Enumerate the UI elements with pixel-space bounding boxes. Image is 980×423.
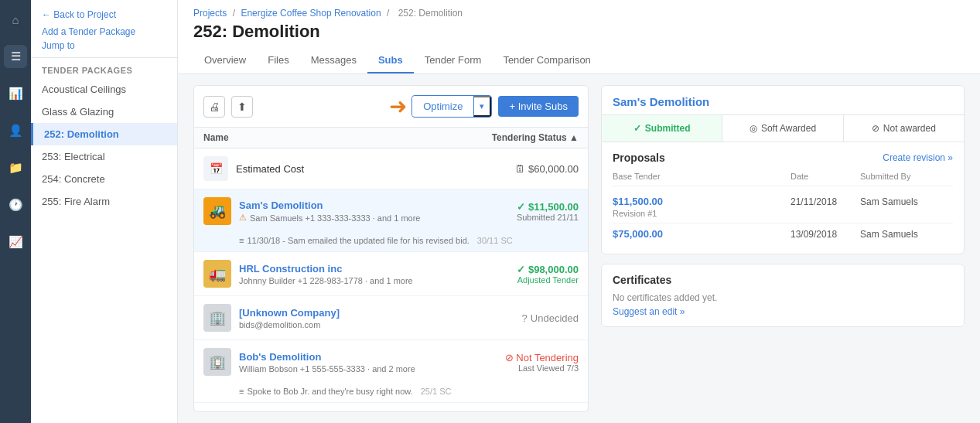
proposals-title: Proposals: [613, 152, 665, 164]
proposal-1-revision: Revision #1: [613, 209, 790, 218]
sams-status: ✓ $11,500.00 Submitted 21/11: [517, 201, 579, 222]
bobs-status-detail: Last Viewed 7/3: [505, 363, 579, 373]
certificates-panel: Certificates No certificates added yet. …: [601, 264, 965, 327]
sidebar-item-electrical[interactable]: 253: Electrical: [31, 145, 177, 168]
tab-tender-comparison[interactable]: Tender Comparison: [492, 48, 601, 73]
estimated-cost-row: 📅 Estimated Cost 🗓 $60,000.00: [194, 148, 588, 189]
proposal-2-by: Sam Samuels: [860, 229, 953, 240]
status-button-group: ✓ Submitted ◎ Soft Awarded ⊘ Not awarded: [602, 115, 964, 142]
hrl-name[interactable]: HRL Construction inc: [239, 263, 509, 275]
breadcrumb-current: 252: Demolition: [398, 8, 463, 19]
soft-awarded-button[interactable]: ◎ Soft Awarded: [722, 115, 843, 142]
tab-files[interactable]: Files: [257, 48, 299, 73]
bobs-amount: ⊘ Not Tendering: [505, 352, 579, 363]
note-icon: ≡: [239, 236, 244, 245]
suggest-edit-link[interactable]: Suggest an edit »: [613, 306, 953, 317]
sidebar-item-fire-alarm[interactable]: 255: Fire Alarm: [31, 190, 177, 213]
est-cost-label: Estimated Cost: [236, 163, 507, 175]
page-title: 252: Demolition: [193, 22, 965, 42]
breadcrumb: Projects / Energize Coffee Shop Renovati…: [193, 8, 965, 19]
proposal-1-amount[interactable]: $11,500.00: [613, 196, 790, 207]
table-toolbar: 🖨 ⬆ ➜ Optimize ▾ + Invite Subs: [194, 86, 588, 128]
bobs-status: ⊘ Not Tendering Last Viewed 7/3: [505, 352, 579, 373]
sidebar-item-demolition[interactable]: 252: Demolition: [31, 123, 177, 145]
sams-name[interactable]: Sam's Demolition: [239, 200, 509, 211]
invite-subs-button[interactable]: + Invite Subs: [498, 96, 579, 117]
sams-amount: ✓ $11,500.00: [517, 201, 579, 213]
export-button[interactable]: ⬆: [231, 96, 253, 118]
breadcrumb-projects[interactable]: Projects: [193, 8, 227, 19]
optimize-main[interactable]: Optimize: [412, 97, 473, 116]
tab-subs[interactable]: Subs: [367, 48, 414, 73]
certs-section: Certificates No certificates added yet. …: [602, 264, 964, 326]
table-header: Name Tendering Status ▲: [194, 128, 588, 148]
sams-info: Sam's Demolition ⚠ Sam Samuels +1 333-33…: [239, 200, 509, 223]
optimize-button[interactable]: Optimize ▾: [411, 95, 492, 118]
bobs-note: ≡ Spoke to Bob Jr. and they're busy righ…: [194, 384, 588, 402]
proposals-section: Proposals Create revision » Base Tender …: [602, 142, 964, 254]
hrl-contact: Johnny Builder +1 228-983-1778 · and 1 m…: [239, 276, 509, 285]
unknown-logo: 🏢: [203, 304, 231, 332]
check-icon: ✓: [633, 123, 641, 134]
back-to-project-link[interactable]: ← Back to Project: [42, 9, 166, 20]
company-panel-title: Sam's Demolition: [613, 95, 709, 108]
hrl-logo: 🚛: [203, 260, 231, 288]
hrl-amount: ✓ $98,000.00: [517, 264, 579, 275]
sidebar-icon-rail: ⌂ ☰ 📊 👤 📁 🕐 📈: [0, 0, 31, 423]
sams-note: ≡ 11/30/18 - Sam emailed the updated fil…: [194, 233, 588, 251]
bobs-contact: William Bobson +1 555-555-3333 · and 2 m…: [239, 364, 497, 374]
proposal-1-date: 21/11/2018: [790, 196, 860, 207]
sidebar-nav: ← Back to Project Add a Tender Package J…: [31, 0, 178, 423]
optimize-chevron-button[interactable]: ▾: [473, 96, 491, 117]
note-icon-bobs: ≡: [239, 387, 244, 396]
subs-table: 🖨 ⬆ ➜ Optimize ▾ + Invite Subs Name Tend…: [193, 85, 589, 412]
breadcrumb-project[interactable]: Energize Coffee Shop Renovation: [241, 8, 381, 19]
sidebar-item-concrete[interactable]: 254: Concrete: [31, 168, 177, 190]
bobs-name[interactable]: Bob's Demolition: [239, 351, 497, 363]
sub-row-bobs: 🏢 📋 Bob's Demolition William Bobson +1 5…: [194, 340, 588, 403]
unknown-name[interactable]: [Unknown Company]: [239, 307, 514, 319]
hrl-status-detail: Adjusted Tender: [517, 275, 579, 285]
add-tender-link[interactable]: Add a Tender Package: [42, 26, 166, 37]
create-revision-link[interactable]: Create revision »: [883, 152, 953, 163]
page-header: Projects / Energize Coffee Shop Renovati…: [178, 0, 980, 74]
company-panel: Sam's Demolition ✓ Submitted ◎ Soft Awar…: [601, 85, 965, 254]
clock-icon[interactable]: 🕐: [4, 193, 27, 217]
proposals-table-header: Base Tender Date Submitted By: [613, 172, 953, 186]
bobs-info: Bob's Demolition William Bobson +1 555-5…: [239, 351, 497, 374]
proposal-row-1: $11,500.00 Revision #1 21/11/2018 Sam Sa…: [613, 191, 953, 223]
not-awarded-button[interactable]: ⊘ Not awarded: [844, 115, 964, 142]
contacts-icon[interactable]: 👤: [4, 119, 27, 142]
bobs-logo: 🏢 📋: [203, 348, 231, 376]
proposal-2-amount[interactable]: $75,000.00: [613, 228, 790, 240]
print-button[interactable]: 🖨: [203, 96, 225, 118]
orange-arrow-icon: ➜: [389, 94, 407, 119]
tab-bar: Overview Files Messages Subs Tender Form…: [193, 48, 965, 73]
unknown-contact: bids@demolition.com: [239, 320, 514, 329]
analytics-icon[interactable]: 📊: [4, 82, 27, 105]
sidebar-item-acoustical[interactable]: Acoustical Ceilings: [31, 78, 177, 101]
sub-row-sams: 🚜 Sam's Demolition ⚠ Sam Samuels +1 333-…: [194, 189, 588, 252]
col-status-header[interactable]: Tendering Status ▲: [492, 132, 579, 143]
proposal-2-date: 13/09/2018: [790, 229, 860, 240]
jump-to-link[interactable]: Jump to: [42, 40, 166, 51]
no-certs-text: No certificates added yet.: [613, 292, 953, 303]
tab-overview[interactable]: Overview: [193, 48, 257, 73]
tab-messages[interactable]: Messages: [300, 48, 367, 73]
home-icon[interactable]: ⌂: [4, 8, 27, 31]
packages-icon[interactable]: ☰: [4, 45, 27, 68]
right-panel: Sam's Demolition ✓ Submitted ◎ Soft Awar…: [601, 85, 965, 412]
tab-tender-form[interactable]: Tender Form: [414, 48, 493, 73]
projects-icon[interactable]: 📁: [4, 156, 27, 179]
sams-status-detail: Submitted 21/11: [517, 213, 579, 222]
cost-icon: 📅: [203, 156, 228, 181]
proposal-row-2: $75,000.00 13/09/2018 Sam Samuels: [613, 223, 953, 244]
sidebar-item-glass[interactable]: Glass & Glazing: [31, 101, 177, 123]
certs-title: Certificates: [613, 274, 953, 286]
sams-contact: ⚠ Sam Samuels +1 333-333-3333 · and 1 mo…: [239, 213, 509, 223]
not-awarded-icon: ⊘: [872, 123, 879, 134]
col-name-header: Name: [203, 132, 492, 143]
submitted-button[interactable]: ✓ Submitted: [602, 115, 722, 142]
chart-icon[interactable]: 📈: [4, 230, 27, 254]
unknown-info: [Unknown Company] bids@demolition.com: [239, 307, 514, 329]
